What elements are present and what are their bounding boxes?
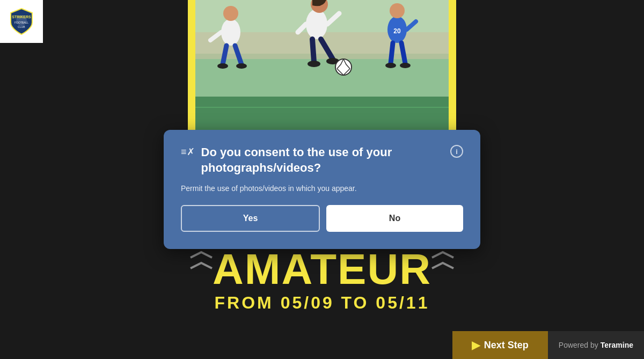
svg-point-30: [400, 63, 411, 68]
svg-point-15: [306, 9, 327, 39]
svg-point-21: [308, 61, 320, 67]
modal-info-icon[interactable]: i: [450, 145, 463, 158]
consent-modal: ≡✗ Do you consent to the use of your pho…: [164, 130, 480, 249]
svg-text:20: 20: [393, 27, 401, 35]
modal-buttons: Yes No: [181, 205, 463, 232]
svg-point-9: [223, 6, 238, 21]
svg-line-19: [312, 39, 314, 62]
yes-button[interactable]: Yes: [181, 205, 320, 232]
svg-rect-6: [188, 54, 456, 97]
svg-text:FOOTBALL: FOOTBALL: [14, 21, 28, 24]
no-button[interactable]: No: [326, 205, 463, 232]
logo: STRIKERS FOOTBALL CLUB: [9, 8, 34, 35]
svg-text:STRIKERS: STRIKERS: [12, 15, 31, 19]
svg-point-23: [335, 59, 352, 75]
modal-title-area: ≡✗ Do you consent to the use of your pho…: [181, 145, 450, 175]
svg-point-25: [390, 3, 405, 18]
svg-point-8: [221, 19, 240, 46]
date-label: FROM 05/09 TO 05/11: [172, 293, 472, 313]
bottom-bar: ▶ Next Step Powered by Teramine: [452, 331, 644, 359]
logo-area: STRIKERS FOOTBALL CLUB: [0, 0, 43, 43]
svg-point-14: [236, 63, 247, 69]
svg-text:CLUB: CLUB: [18, 25, 25, 28]
svg-line-27: [391, 43, 393, 63]
svg-point-29: [385, 63, 396, 68]
soccer-image: 20: [188, 0, 456, 145]
modal-description: Permit the use of photos/videos in which…: [181, 183, 463, 194]
logo-shield-icon: STRIKERS FOOTBALL CLUB: [9, 8, 34, 35]
modal-header: ≡✗ Do you consent to the use of your pho…: [181, 145, 463, 175]
next-step-arrow-icon: ▶: [472, 339, 480, 351]
next-step-button[interactable]: ▶ Next Step: [452, 331, 548, 359]
modal-menu-icon: ≡✗: [181, 146, 195, 158]
svg-point-13: [217, 63, 228, 69]
yellow-bar-right: [449, 0, 456, 145]
modal-title: Do you consent to the use of your photog…: [201, 145, 450, 175]
powered-by: Powered by Teramine: [548, 331, 644, 359]
amateur-label: AMATEUR: [172, 248, 472, 291]
yellow-bar-left: [188, 0, 195, 145]
brand-label: Teramine: [601, 341, 633, 349]
next-step-label: Next Step: [484, 340, 529, 351]
player-scene: 20: [188, 0, 456, 145]
powered-label: Powered by: [559, 341, 598, 349]
